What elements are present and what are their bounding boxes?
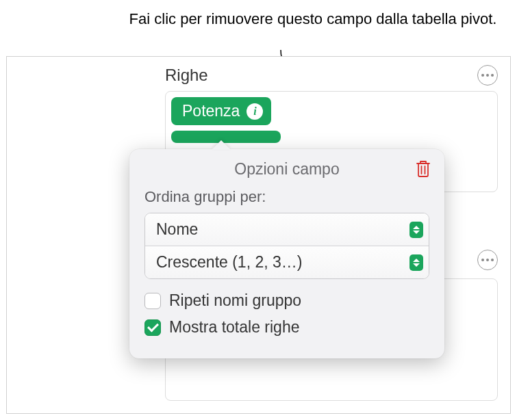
checkbox-label: Ripeti nomi gruppo xyxy=(169,291,301,310)
info-icon[interactable]: i xyxy=(247,103,263,120)
section-title: Righe xyxy=(165,66,208,85)
field-pill-label: Potenza xyxy=(182,102,240,120)
sort-controls-group: Nome Crescente (1, 2, 3…) xyxy=(144,213,429,279)
sort-by-value: Nome xyxy=(156,220,198,239)
sort-groups-label: Ordina gruppi per: xyxy=(144,188,429,206)
checkbox-icon-checked xyxy=(144,319,161,336)
trash-icon xyxy=(414,159,432,178)
callout-annotation: Fai clic per rimuovere questo campo dall… xyxy=(123,10,503,29)
checkbox-icon-unchecked xyxy=(144,293,161,309)
ellipsis-icon xyxy=(481,74,494,77)
updown-icon xyxy=(409,254,423,271)
more-options-button-2[interactable] xyxy=(477,250,498,270)
sort-order-select[interactable]: Crescente (1, 2, 3…) xyxy=(145,246,429,278)
delete-field-button[interactable] xyxy=(414,159,432,181)
updown-icon xyxy=(409,222,423,238)
sort-by-select[interactable]: Nome xyxy=(145,213,429,246)
sort-order-value: Crescente (1, 2, 3…) xyxy=(156,253,302,272)
section-header-rows: Righe xyxy=(153,57,510,91)
field-pill-potenza[interactable]: Potenza i xyxy=(171,97,271,125)
more-options-button[interactable] xyxy=(477,65,498,86)
repeat-group-names-checkbox[interactable]: Ripeti nomi gruppo xyxy=(144,291,429,310)
checkbox-label: Mostra totale righe xyxy=(169,318,299,337)
field-options-popover: Opzioni campo Ordina gruppi per: Nome Cr… xyxy=(129,149,444,358)
show-row-total-checkbox[interactable]: Mostra totale righe xyxy=(144,318,429,337)
popover-title: Opzioni campo xyxy=(129,160,444,179)
ellipsis-icon xyxy=(481,259,494,261)
